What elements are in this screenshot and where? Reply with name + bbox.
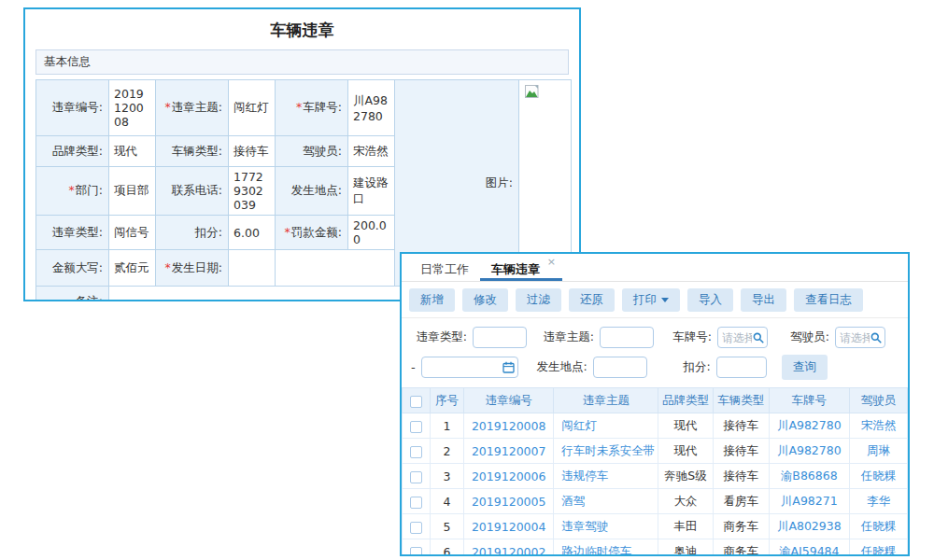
cell-driver[interactable]: 任晓粿 xyxy=(849,539,907,557)
field-brand-value: 现代 xyxy=(109,136,156,167)
search-icon[interactable] xyxy=(753,332,764,343)
cell-driver[interactable]: 周琳 xyxy=(849,439,907,464)
cell-driver[interactable]: 任晓粿 xyxy=(849,514,907,539)
column-header-no[interactable]: 序号 xyxy=(431,388,464,413)
cell-plate[interactable]: 川A982780 xyxy=(769,439,849,464)
cell-subject[interactable]: 违章驾驶 xyxy=(554,514,658,539)
search-location-input[interactable] xyxy=(593,357,647,378)
search-subject-input[interactable] xyxy=(600,327,654,348)
search-points-input[interactable] xyxy=(716,357,767,378)
search-driver-label: 驾驶员: xyxy=(785,329,829,345)
field-amount-words-label: 金额大写: xyxy=(36,250,109,287)
field-subject-label: *违章主题: xyxy=(156,80,229,136)
toolbar: 新增 修改 过滤 还原 打印 导入 导出 查看日志 xyxy=(402,282,908,318)
cell-code[interactable]: 2019120007 xyxy=(464,439,554,464)
field-plate-label: *车牌号: xyxy=(276,80,348,136)
cell-driver[interactable]: 任晓粿 xyxy=(849,464,907,489)
checkbox-cell[interactable] xyxy=(403,539,431,557)
broken-image-icon xyxy=(525,88,540,102)
edit-button[interactable]: 修改 xyxy=(462,288,508,312)
cell-code[interactable]: 2019120005 xyxy=(464,489,554,514)
tab-close-icon[interactable]: × xyxy=(547,256,556,268)
cell-driver[interactable]: 李华 xyxy=(849,489,907,514)
cell-plate[interactable]: 川A98271 xyxy=(769,489,849,514)
cell-vehicle-type: 商务车 xyxy=(713,539,769,557)
cell-vehicle-type: 商务车 xyxy=(713,514,769,539)
cell-code[interactable]: 2019120008 xyxy=(464,413,554,439)
row-checkbox[interactable] xyxy=(410,547,422,557)
row-checkbox[interactable] xyxy=(410,421,422,433)
required-mark: * xyxy=(285,225,290,239)
field-vehicle-type-label: 车辆类型: xyxy=(156,136,229,167)
cell-plate[interactable]: 川A802938 xyxy=(769,514,849,539)
table-row: 3 2019120006 违规停车 奔驰S级 接待车 渝B86868 任晓粿 xyxy=(403,464,908,489)
cell-subject[interactable]: 路边临时停车 xyxy=(554,539,658,557)
cell-no: 6 xyxy=(431,539,464,557)
column-header-plate[interactable]: 车牌号 xyxy=(769,388,849,413)
cell-driver[interactable]: 宋浩然 xyxy=(849,413,907,439)
field-phone-label: 联系电话: xyxy=(156,167,229,216)
field-department-value: 项目部 xyxy=(109,167,156,216)
select-all-header[interactable] xyxy=(403,388,431,413)
search-violation-type-input[interactable] xyxy=(473,327,527,348)
field-remark-label: 备注: xyxy=(36,287,109,302)
cell-subject[interactable]: 行车时未系安全带 xyxy=(554,439,658,464)
row-checkbox[interactable] xyxy=(410,522,422,534)
tab-daily-work[interactable]: 日常工作 xyxy=(409,254,480,281)
cell-code[interactable]: 2019120006 xyxy=(464,464,554,489)
view-log-button[interactable]: 查看日志 xyxy=(794,288,863,312)
query-button[interactable]: 查询 xyxy=(782,355,828,380)
cell-subject[interactable]: 违规停车 xyxy=(554,464,658,489)
cell-vehicle-type: 接待车 xyxy=(713,464,769,489)
search-violation-type-label: 违章类型: xyxy=(407,329,467,345)
cell-plate[interactable]: 川A982780 xyxy=(769,413,849,439)
cell-brand: 现代 xyxy=(658,413,713,439)
cell-no: 4 xyxy=(431,489,464,514)
field-department-label: *部门: xyxy=(36,167,109,216)
column-header-subject[interactable]: 违章主题 xyxy=(554,388,658,413)
cell-plate[interactable]: 渝AJ59484 xyxy=(769,539,849,557)
row-checkbox[interactable] xyxy=(410,446,422,458)
checkbox-cell[interactable] xyxy=(403,413,431,439)
field-fine-value: 200.00 xyxy=(348,216,395,250)
import-button[interactable]: 导入 xyxy=(687,288,733,312)
column-header-vehicle-type[interactable]: 车辆类型 xyxy=(713,388,769,413)
cell-brand: 大众 xyxy=(658,489,713,514)
add-button[interactable]: 新增 xyxy=(409,288,455,312)
field-vehicle-type-value: 接待车 xyxy=(229,136,276,167)
checkbox-cell[interactable] xyxy=(403,489,431,514)
search-area: 违章类型: 违章主题: 车牌号: 驾驶员: xyxy=(402,318,908,385)
select-all-checkbox[interactable] xyxy=(410,396,422,408)
calendar-icon[interactable] xyxy=(502,361,515,373)
cell-vehicle-type: 接待车 xyxy=(713,439,769,464)
empty-cell xyxy=(276,250,395,287)
export-button[interactable]: 导出 xyxy=(741,288,786,312)
cell-code[interactable]: 2019120002 xyxy=(464,539,554,557)
checkbox-cell[interactable] xyxy=(403,464,431,489)
cell-subject[interactable]: 闯红灯 xyxy=(554,413,658,439)
row-checkbox[interactable] xyxy=(410,471,422,483)
column-header-brand[interactable]: 品牌类型 xyxy=(658,388,713,413)
filter-button[interactable]: 过滤 xyxy=(516,288,561,312)
cell-plate[interactable]: 渝B86868 xyxy=(769,464,849,489)
field-date-label: *发生日期: xyxy=(156,250,229,287)
field-violation-type-value: 闯信号 xyxy=(109,216,156,250)
print-button[interactable]: 打印 xyxy=(622,288,680,312)
field-date-value xyxy=(229,250,276,287)
violation-table: 序号 违章编号 违章主题 品牌类型 车辆类型 车牌号 驾驶员 1 2019120… xyxy=(402,387,908,556)
column-header-driver[interactable]: 驾驶员 xyxy=(849,388,907,413)
column-header-code[interactable]: 违章编号 xyxy=(464,388,554,413)
table-header-row: 序号 违章编号 违章主题 品牌类型 车辆类型 车牌号 驾驶员 xyxy=(403,388,908,413)
search-icon[interactable] xyxy=(870,332,882,343)
cell-subject[interactable]: 酒驾 xyxy=(554,489,658,514)
dropdown-caret-icon xyxy=(661,298,669,302)
row-checkbox[interactable] xyxy=(410,497,422,509)
checkbox-cell[interactable] xyxy=(403,514,431,539)
reset-button[interactable]: 还原 xyxy=(569,288,615,312)
required-mark: * xyxy=(165,100,171,114)
page-title: 车辆违章 xyxy=(25,9,579,49)
checkbox-cell[interactable] xyxy=(403,439,431,464)
cell-code[interactable]: 2019120004 xyxy=(464,514,554,539)
tab-vehicle-violation[interactable]: 车辆违章 × xyxy=(480,254,562,281)
field-violation-no-label: 违章编号: xyxy=(36,80,109,136)
